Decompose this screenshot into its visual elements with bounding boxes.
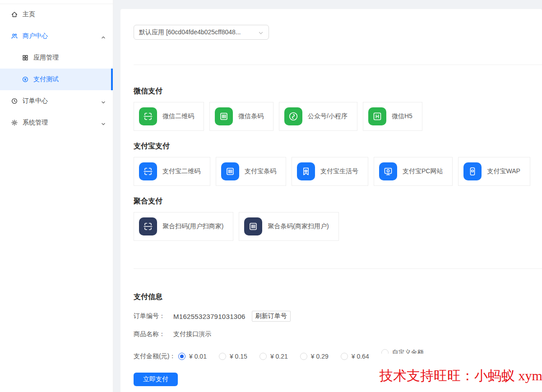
- alipay-method-row: 支付宝二维码 支付宝条码 支付宝生活号 支付宝PC网站 支付宝WAP: [134, 157, 542, 186]
- chevron-down-icon: [101, 99, 106, 103]
- radio-icon[interactable]: [219, 353, 226, 360]
- sidebar: 主页 商户中心 应用管理 支付测试: [0, 0, 113, 392]
- amount-option-021[interactable]: ¥ 0.21: [259, 353, 288, 360]
- amount-option-label: 自定义金额: [392, 349, 424, 357]
- product-name-label: 商品名称：: [134, 330, 173, 338]
- pay-method-aggregate-qrcode[interactable]: 聚合扫码(用户扫商家): [134, 212, 233, 241]
- amount-option-label: ¥ 0.21: [270, 353, 288, 360]
- amount-row: 支付金额(元)： ¥ 0.01 ¥ 0.15 ¥ 0.21 ¥ 0.29 ¥ 0…: [134, 350, 424, 362]
- radio-icon[interactable]: [341, 353, 348, 360]
- sidebar-item-label: 订单中心: [23, 97, 101, 105]
- divider: [134, 65, 542, 65]
- pay-method-alipay-qrcode[interactable]: 支付宝二维码: [134, 157, 210, 186]
- amount-option-label: ¥ 0.29: [311, 353, 329, 360]
- radio-icon[interactable]: [178, 353, 185, 360]
- pay-method-alipay-pc[interactable]: 支付宝PC网站: [374, 157, 453, 186]
- sidebar-item-merchant-center[interactable]: 商户中心: [0, 25, 113, 47]
- sidebar-item-home[interactable]: 主页: [0, 4, 113, 25]
- sidebar-item-label: 系统管理: [23, 119, 101, 127]
- qr-scan-icon: [139, 162, 157, 180]
- pay-method-label: 微信二维码: [162, 112, 194, 120]
- amount-option-label: ¥ 0.01: [189, 353, 207, 360]
- monitor-icon: [379, 162, 397, 180]
- support-watermark: 技术支持旺旺：小蚂蚁 xym: [380, 367, 542, 385]
- pay-method-alipay-wap[interactable]: 支付宝WAP: [458, 157, 530, 186]
- product-name-value: 支付接口演示: [173, 330, 211, 338]
- app-select[interactable]: 默认应用 [60cd04fde4b025cff8048...: [134, 25, 269, 40]
- pay-now-button[interactable]: 立即支付: [134, 373, 178, 386]
- amount-label: 支付金额(元)：: [134, 352, 178, 360]
- app-select-value: 默认应用 [60cd04fde4b025cff8048...: [139, 28, 258, 37]
- sidebar-menu: 主页 商户中心 应用管理 支付测试: [0, 4, 113, 134]
- sidebar-item-system-management[interactable]: 系统管理: [0, 112, 113, 134]
- amount-option-custom[interactable]: 自定义金额: [381, 349, 424, 357]
- phone-icon: [463, 162, 482, 180]
- order-number-label: 订单编号：: [134, 312, 173, 320]
- sidebar-item-label: 商户中心: [23, 32, 101, 40]
- product-name-row: 商品名称： 支付接口演示: [134, 330, 211, 338]
- pay-method-label: 聚合扫码(用户扫商家): [162, 222, 223, 231]
- pay-method-wechat-h5[interactable]: 微信H5: [363, 102, 422, 131]
- pay-method-label: 微信H5: [392, 112, 412, 120]
- pay-test-icon: [22, 76, 29, 83]
- chevron-down-icon: [101, 120, 106, 125]
- pay-method-alipay-life[interactable]: 支付宝生活号: [292, 157, 368, 186]
- aggregate-method-row: 聚合扫码(用户扫商家) 聚合条码(商家扫用户): [134, 212, 542, 241]
- chevron-up-icon: [101, 34, 106, 38]
- radio-icon[interactable]: [259, 353, 267, 360]
- order-number-value: M16255323791031306: [173, 313, 246, 320]
- main-content-card: 默认应用 [60cd04fde4b025cff8048... 微信支付 微信二维…: [120, 9, 542, 392]
- pay-method-alipay-barcode[interactable]: 支付宝条码: [216, 157, 286, 186]
- sidebar-item-payment-test[interactable]: 支付测试: [0, 69, 113, 90]
- barcode-icon: [244, 217, 262, 235]
- divider: [134, 268, 542, 269]
- pay-method-aggregate-barcode[interactable]: 聚合条码(商家扫用户): [239, 212, 338, 241]
- pay-method-label: 支付宝PC网站: [403, 167, 443, 175]
- amount-option-001[interactable]: ¥ 0.01: [178, 353, 207, 360]
- section-title-aggregate: 聚合支付: [134, 197, 162, 206]
- radio-icon[interactable]: [381, 349, 389, 356]
- wechat-mp-icon: [284, 107, 302, 125]
- sidebar-item-label: 应用管理: [33, 54, 106, 62]
- section-title-wechat: 微信支付: [134, 87, 162, 96]
- h5-icon: [368, 107, 386, 125]
- section-title-payment-info: 支付信息: [134, 292, 162, 302]
- settings-icon: [11, 119, 18, 126]
- radio-icon[interactable]: [300, 353, 307, 360]
- refresh-order-number-button[interactable]: 刷新订单号: [252, 311, 291, 322]
- pay-method-label: 微信条码: [238, 112, 264, 120]
- apps-icon: [22, 54, 29, 61]
- pay-method-label: 支付宝二维码: [162, 167, 200, 175]
- pay-method-label: 公众号/小程序: [308, 112, 347, 120]
- wechat-method-row: 微信二维码 微信条码 公众号/小程序 微信H5: [134, 102, 542, 131]
- pay-method-wechat-qrcode[interactable]: 微信二维码: [134, 102, 204, 131]
- amount-options: ¥ 0.01 ¥ 0.15 ¥ 0.21 ¥ 0.29 ¥ 0.64 自定义金额: [178, 352, 424, 360]
- section-title-alipay: 支付宝支付: [134, 142, 170, 151]
- qr-scan-icon: [139, 107, 157, 125]
- pay-method-wechat-barcode[interactable]: 微信条码: [209, 102, 273, 131]
- barcode-icon: [215, 107, 233, 125]
- pay-method-label: 支付宝生活号: [320, 167, 358, 175]
- amount-option-label: ¥ 0.64: [352, 353, 369, 360]
- sidebar-item-order-center[interactable]: 订单中心: [0, 90, 113, 112]
- amount-option-015[interactable]: ¥ 0.15: [219, 353, 247, 360]
- orders-icon: [11, 97, 18, 105]
- sidebar-item-label: 支付测试: [33, 75, 106, 83]
- sidebar-item-label: 主页: [23, 10, 106, 18]
- qr-scan-icon: [139, 217, 157, 235]
- amount-option-064[interactable]: ¥ 0.64: [341, 353, 369, 360]
- chevron-down-icon: [258, 30, 264, 35]
- pay-method-label: 聚合条码(商家扫用户): [268, 222, 329, 231]
- order-number-row: 订单编号： M16255323791031306 刷新订单号: [134, 311, 291, 322]
- pay-method-label: 支付宝条码: [245, 167, 276, 175]
- amount-option-label: ¥ 0.15: [230, 353, 247, 360]
- home-icon: [11, 11, 18, 18]
- bookmark-star-icon: [297, 162, 315, 180]
- sidebar-item-app-management[interactable]: 应用管理: [0, 47, 113, 69]
- barcode-icon: [221, 162, 239, 180]
- pay-method-wechat-mp[interactable]: 公众号/小程序: [279, 102, 357, 131]
- merchant-icon: [11, 32, 18, 40]
- amount-option-029[interactable]: ¥ 0.29: [300, 353, 329, 360]
- pay-method-label: 支付宝WAP: [487, 167, 520, 175]
